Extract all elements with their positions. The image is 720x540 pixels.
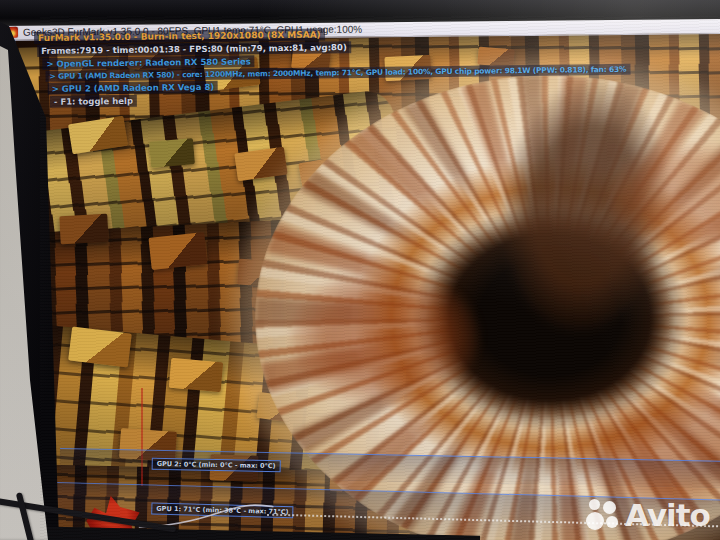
tunnel-box: [149, 138, 195, 168]
iris-rust-patch: [290, 269, 479, 405]
tunnel-box: [59, 214, 108, 244]
avito-watermark: Avito: [586, 497, 710, 533]
avito-logo-icon: [586, 499, 622, 532]
photo-of-monitor-running-furmark: FurMark v1.35.0.0 - Burn-in test, 1920x1…: [0, 0, 720, 540]
avito-watermark-text: Avito: [625, 497, 710, 533]
osd-line-help: - F1: toggle help: [50, 95, 137, 108]
osd-overlay: FurMark v1.35.0.0 - Burn-in test, 1920x1…: [34, 25, 631, 109]
osd-line-frames: Frames:7919 - time:00:01:38 - FPS:80 (mi…: [37, 41, 351, 57]
gpu2-graph-label: GPU 2: 0°C (min: 0°C - max: 0°C): [152, 458, 281, 472]
tunnel-box: [169, 358, 223, 392]
tunnel-box: [148, 232, 207, 270]
osd-line-gpu2: > GPU 2 (AMD Radeon RX Vega 8): [48, 81, 219, 95]
tunnel-box: [68, 326, 132, 367]
